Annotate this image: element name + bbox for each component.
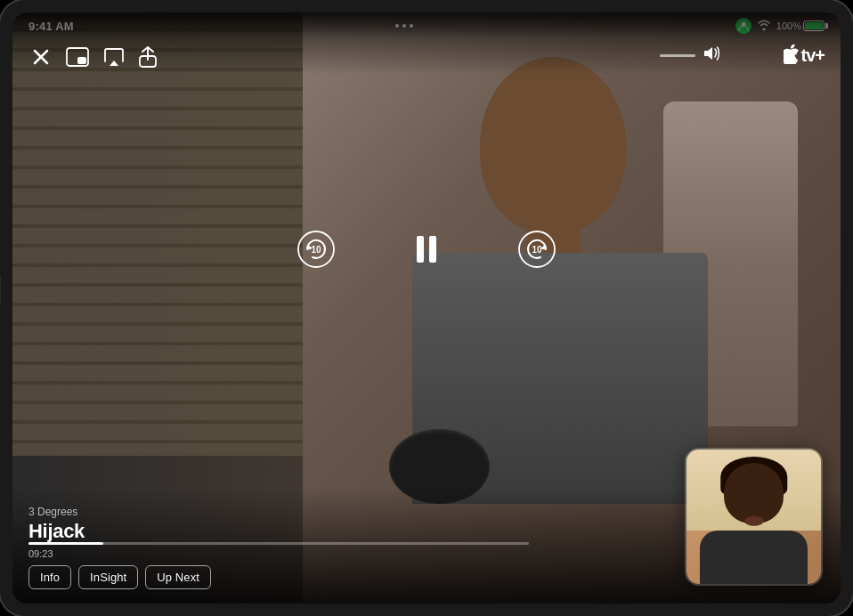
apple-icon [784, 45, 800, 67]
up-next-button[interactable]: Up Next [145, 565, 211, 589]
playback-controls: 10 10 [297, 230, 556, 269]
ipad-frame: 9:41 AM [0, 0, 853, 616]
rewind-label: 10 [311, 245, 321, 255]
progress-container[interactable]: 09:23 [28, 542, 529, 559]
top-controls-overlay: tv+ [12, 12, 841, 75]
airplay-button[interactable] [102, 45, 126, 69]
action-buttons: Info InSight Up Next [28, 565, 211, 589]
progress-time: 09:23 [28, 548, 529, 559]
tv-plus-text: tv+ [801, 45, 825, 66]
pause-button[interactable] [407, 230, 446, 269]
volume-bar [660, 54, 695, 57]
close-button[interactable] [28, 45, 53, 69]
facetime-pip[interactable] [685, 448, 823, 586]
insight-button[interactable]: InSight [78, 565, 138, 589]
facetime-bg [686, 450, 821, 584]
ipad-screen: 9:41 AM [12, 12, 841, 604]
svg-rect-4 [77, 57, 86, 64]
share-button[interactable] [135, 45, 160, 69]
actor-head [480, 57, 626, 233]
pause-bar-right [429, 236, 436, 263]
pause-icon [417, 236, 436, 263]
forward-button[interactable]: 10 [517, 230, 556, 269]
progress-bar[interactable] [28, 542, 529, 545]
blind-panel [12, 12, 303, 456]
show-subtitle: 3 Degrees [28, 506, 85, 518]
volume-control[interactable] [660, 46, 720, 64]
show-info: 3 Degrees Hijack [28, 506, 85, 543]
pause-bar-left [417, 236, 424, 263]
appletv-logo: tv+ [784, 45, 825, 67]
forward-label: 10 [532, 245, 541, 255]
info-button[interactable]: Info [28, 565, 71, 589]
show-title: Hijack [28, 520, 85, 543]
pip-button[interactable] [64, 45, 91, 69]
rewind-button[interactable]: 10 [297, 230, 336, 269]
ft-person-body [700, 531, 808, 584]
progress-fill [28, 542, 103, 545]
ft-person-head [724, 463, 784, 523]
volume-icon [703, 46, 720, 64]
side-button [0, 277, 1, 304]
